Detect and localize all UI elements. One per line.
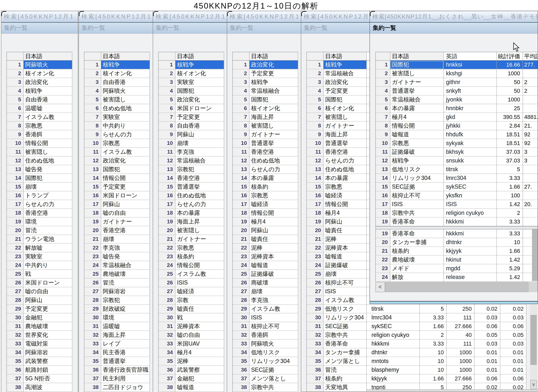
term-row[interactable]: 38二匹目ドジョウ — [84, 383, 150, 392]
japanese-term[interactable]: 環境 — [101, 313, 150, 322]
japanese-term[interactable]: 金融犯 — [175, 374, 224, 383]
japanese-term[interactable]: 国際犯 — [250, 95, 298, 104]
term-row[interactable]: 22泥棒 — [233, 244, 298, 252]
japanese-column-header[interactable]: 日本語 — [324, 52, 367, 61]
japanese-term[interactable]: 核戦争 — [324, 61, 367, 69]
term-row[interactable]: 19環境 — [7, 218, 72, 226]
japanese-term[interactable]: 嘘の自由 — [24, 287, 72, 296]
japanese-term[interactable]: 高潮波 — [24, 383, 72, 392]
term-row[interactable]: 27嘘経済 — [159, 287, 224, 296]
japanese-term[interactable]: 情報公開 — [24, 139, 72, 148]
english-term[interactable]: yksfkn — [444, 191, 497, 200]
term-row[interactable]: 33米国UAV — [159, 340, 224, 348]
term-row[interactable]: 21ガイトナー — [159, 235, 224, 244]
english-term[interactable]: gkd — [444, 113, 497, 121]
japanese-term[interactable]: 極月4 — [324, 209, 367, 218]
japanese-term[interactable]: 阿蘇溶岩 — [24, 348, 72, 357]
term-row[interactable]: 18香港空港 — [7, 209, 72, 218]
japanese-term[interactable]: 海面上昇 — [250, 113, 298, 121]
japanese-term[interactable]: 低地リスク — [324, 305, 367, 313]
term-row[interactable]: 1政治変化 — [233, 61, 298, 69]
japanese-term[interactable]: ISIS — [175, 279, 224, 287]
term-row[interactable]: 9阿蘇山 — [159, 130, 224, 139]
term-row[interactable]: 11イスラム教 — [84, 148, 150, 156]
term-row[interactable]: 15普通選挙 — [159, 183, 224, 191]
english-term[interactable]: titrsk — [367, 305, 420, 313]
japanese-term[interactable]: 住めぬ低地 — [101, 104, 150, 113]
japanese-term[interactable]: 低地リスク — [250, 348, 298, 357]
japanese-term[interactable]: 農地破壊 — [390, 256, 444, 264]
term-row[interactable]: 27崩壊 — [233, 287, 298, 296]
japanese-term[interactable]: 国際犯 — [390, 61, 444, 69]
term-row[interactable]: 10宗教悪 — [84, 139, 150, 148]
term-row[interactable]: 14情報公開 — [84, 174, 150, 183]
japanese-term[interactable]: 戦 — [175, 313, 224, 322]
rownum-header[interactable] — [376, 52, 390, 61]
japanese-term[interactable]: 環境 — [24, 218, 72, 226]
term-row[interactable]: 6米国ドローン — [159, 104, 224, 113]
japanese-term[interactable]: 崩壊 — [101, 235, 150, 244]
term-row[interactable]: 2核イオン化 — [7, 69, 72, 78]
term-row[interactable]: 37核条約kkjyyk1.6627.6660.060.06 — [307, 374, 526, 383]
term-row[interactable]: 16米国ドローン — [84, 191, 150, 200]
japanese-term[interactable]: 嘘責任 — [324, 226, 367, 235]
aggregate-row[interactable]: 2被害隠しkkshgi1000 — [376, 69, 538, 78]
japanese-term[interactable]: 常温核融合 — [324, 69, 367, 78]
english-term[interactable]: sykSEC — [444, 183, 497, 191]
term-row[interactable]: 20阿蘇山 — [233, 226, 298, 235]
japanese-term[interactable]: 阿蘇噴火 — [24, 61, 72, 69]
japanese-term[interactable]: イスラム教 — [250, 305, 298, 313]
term-row[interactable]: 10崩壊 — [159, 139, 224, 148]
japanese-term[interactable]: 核イオン化 — [24, 69, 72, 78]
japanese-term[interactable]: 予定変更 — [250, 69, 298, 78]
japanese-term[interactable]: タンカー拿捕 — [324, 348, 367, 357]
japanese-term[interactable]: 核戦争 — [175, 61, 224, 69]
japanese-term[interactable]: 極月4 — [250, 218, 298, 226]
japanese-term[interactable]: ISIS — [250, 313, 298, 322]
japanese-term[interactable]: リムリック304 — [250, 357, 298, 366]
english-term[interactable]: dhtnkr — [367, 348, 420, 357]
aggregate-row[interactable]: 16核抑止不可yksfkn100 — [376, 191, 538, 200]
japanese-term[interactable]: 普通選挙 — [324, 139, 367, 148]
aggregate-row[interactable]: 8情報公開jyhkki2.8421. — [376, 121, 538, 130]
english-term[interactable]: jyhkki — [444, 121, 497, 130]
english-term[interactable]: bkhsyk — [444, 148, 497, 156]
japanese-term[interactable]: 武装警察 — [24, 357, 72, 366]
term-row[interactable]: 13国際犯 — [84, 165, 150, 174]
japanese-term[interactable]: 嘘告発 — [24, 165, 72, 174]
japanese-term[interactable]: 香港空港 — [250, 148, 298, 156]
aggregate-row[interactable]: 5常温核融合jyonkk1000 — [376, 95, 538, 104]
term-row[interactable]: 28李克強 — [233, 296, 298, 305]
term-row[interactable]: 3実験室 — [159, 78, 224, 87]
term-row[interactable]: 23実験室 — [7, 252, 72, 261]
japanese-term[interactable]: 宗教犯 — [175, 165, 224, 174]
japanese-term[interactable]: 宗教悪 — [390, 139, 444, 148]
term-row[interactable]: 3政治変化 — [7, 78, 72, 87]
japanese-term[interactable]: 国際犯 — [324, 95, 367, 104]
term-row[interactable]: 30ISIS — [233, 313, 298, 322]
term-row[interactable]: 17らせんの力 — [159, 200, 224, 209]
japanese-term[interactable]: 国際犯 — [175, 87, 224, 95]
term-row[interactable]: 2核イオン化 — [84, 69, 150, 78]
term-row[interactable]: 7実験室 — [84, 113, 150, 121]
japanese-term[interactable]: 泥棒資本 — [324, 244, 367, 252]
japanese-term[interactable]: ガイトナー — [390, 78, 444, 87]
term-row[interactable]: 17らせんの力 — [7, 200, 72, 209]
term-row[interactable]: 1核戦争 — [159, 61, 224, 69]
term-row[interactable]: 11香港空港 — [233, 148, 298, 156]
term-row[interactable]: 20冒涜 — [7, 226, 72, 235]
japanese-term[interactable]: 李克強 — [101, 244, 150, 252]
term-row[interactable]: 15予定変更 — [84, 183, 150, 191]
japanese-term[interactable]: 泥棒資本 — [250, 252, 298, 261]
term-row[interactable]: 25証拠爆破 — [233, 270, 298, 279]
japanese-term[interactable]: ガイトナー — [101, 218, 150, 226]
term-row[interactable]: 34タンカー拿捕dhtnkr1010000.010.01 — [307, 348, 526, 357]
horizontal-scrollbar-edge[interactable] — [367, 389, 538, 392]
japanese-term[interactable]: 解放嘘 — [24, 244, 72, 252]
english-term[interactable]: kkshgi — [444, 69, 497, 78]
english-term[interactable]: lmrc304 — [367, 313, 420, 322]
term-row[interactable]: 9香港餌 — [7, 130, 72, 139]
japanese-term[interactable]: 普通選挙 — [390, 87, 444, 95]
japanese-term[interactable]: SEC証拠 — [324, 322, 367, 331]
term-row[interactable]: 23核条約 — [159, 252, 224, 261]
